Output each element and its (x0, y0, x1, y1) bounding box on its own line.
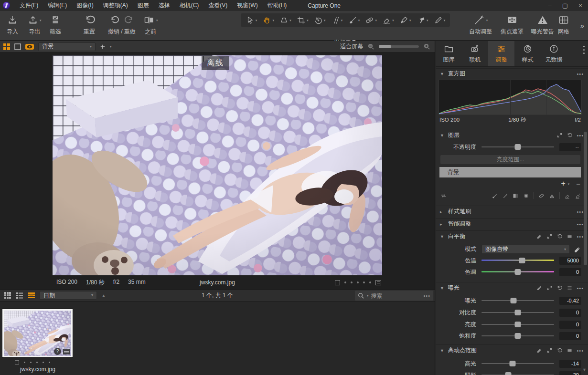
highlight-slider-handle[interactable] (510, 361, 516, 366)
add-view-icon[interactable] (100, 43, 106, 50)
presets-menu-icon[interactable] (567, 285, 573, 291)
smart-adjust-header[interactable]: ▸ 智能调整 ••• (436, 218, 588, 229)
menu-camera[interactable]: 相机(C) (175, 1, 204, 10)
erase-icon[interactable] (564, 193, 570, 199)
layer-background[interactable]: 背景 (439, 167, 581, 177)
add-layer-chevron-icon[interactable]: ▾ (568, 182, 570, 186)
focus-mask-button[interactable]: 焦点遮罩 (501, 14, 524, 36)
copy-adjustments-icon[interactable] (440, 193, 447, 199)
tint-slider-handle[interactable] (515, 269, 521, 275)
annotate-tool[interactable]: ▾ (434, 16, 446, 25)
menu-adjustments[interactable]: 调整项(A) (98, 1, 133, 10)
exposure-header[interactable]: ▼ 曝光 ••• (436, 282, 588, 293)
white-balance-header[interactable]: ▼ 白平衡 ••• (436, 230, 588, 242)
menu-image[interactable]: 图像(I) (72, 1, 98, 10)
histogram-header[interactable]: ▼ 直方图 ••• (436, 68, 588, 79)
auto-adjust-icon[interactable] (536, 285, 543, 291)
color-tag-icon[interactable] (15, 360, 19, 365)
rating-dot[interactable] (363, 281, 365, 283)
detach-icon[interactable] (546, 285, 553, 291)
rating-dot[interactable] (351, 281, 353, 283)
tab-styles[interactable]: 样式 (514, 41, 541, 66)
saturation-value[interactable]: 0 (559, 332, 581, 340)
menu-view[interactable]: 查看(V) (203, 1, 232, 10)
reset-icon[interactable] (556, 233, 563, 240)
tab-library[interactable]: 图库 (436, 41, 462, 66)
luma-range-button[interactable]: 亮度范围... (440, 155, 580, 164)
tint-slider[interactable] (481, 269, 554, 275)
color-tag-icon[interactable] (335, 280, 340, 285)
temp-value[interactable]: 5000 (559, 257, 581, 265)
hdr-header[interactable]: ▼ 高动态范围 ••• (436, 344, 588, 356)
fit-screen-label[interactable]: 适合屏幕 (340, 42, 363, 51)
select-tool[interactable]: ▾ (246, 16, 257, 25)
presets-menu-icon[interactable] (567, 233, 573, 240)
rating-dot[interactable] (24, 362, 25, 363)
crop-tool[interactable]: ▾ (297, 16, 309, 25)
opacity-value[interactable]: -- (559, 143, 581, 151)
rating-dot[interactable] (49, 362, 50, 363)
brightness-slider[interactable] (481, 321, 554, 328)
reset-icon[interactable] (556, 347, 563, 354)
heal-icon[interactable] (538, 193, 545, 199)
import-button[interactable]: 导入 (7, 14, 18, 36)
rating-dot[interactable] (357, 281, 359, 283)
detach-icon[interactable] (546, 233, 553, 240)
menu-file[interactable]: 文件(F) (15, 1, 43, 10)
brightness-value[interactable]: 0 (559, 321, 581, 329)
info-list-icon[interactable] (375, 280, 381, 285)
erase-refine-icon[interactable] (575, 193, 581, 199)
contrast-value[interactable]: 0 (559, 309, 581, 317)
opacity-slider[interactable] (481, 144, 554, 150)
detach-icon[interactable] (546, 347, 553, 354)
undo-redo-button[interactable]: 撤销 / 重做 (108, 14, 136, 36)
tab-capture[interactable]: 联机 (462, 41, 488, 66)
menu-select[interactable]: 选择 (154, 1, 175, 10)
tab-adjust[interactable]: 调整 (488, 41, 514, 66)
panel-scrollbar[interactable] (584, 132, 587, 265)
close-button[interactable]: × (573, 0, 588, 11)
multi-view-icon[interactable] (3, 43, 10, 50)
radial-gradient-icon[interactable] (523, 193, 529, 199)
remove-layer-button[interactable]: − (576, 180, 580, 188)
exposure-slider[interactable] (481, 297, 554, 304)
temp-slider-handle[interactable] (519, 258, 525, 263)
toolbar-overflow-button[interactable]: » (580, 21, 584, 30)
minimize-button[interactable]: – (542, 0, 557, 11)
brightness-slider-handle[interactable] (515, 322, 521, 327)
single-view-icon[interactable] (14, 43, 21, 50)
highlight-value[interactable]: -14 (559, 360, 581, 368)
detach-icon[interactable] (556, 132, 563, 138)
shadow-slider-handle[interactable] (505, 372, 512, 375)
linear-gradient-icon[interactable] (513, 193, 519, 199)
contrast-slider-handle[interactable] (515, 310, 521, 315)
add-view-chevron-icon[interactable]: ▾ (110, 45, 112, 48)
saturation-slider[interactable] (481, 333, 554, 339)
grid-button[interactable]: 网格 (558, 14, 569, 36)
contrast-slider[interactable] (481, 309, 554, 316)
layers-menu-button[interactable]: ••• (577, 133, 584, 138)
zoom-slider[interactable] (379, 45, 419, 48)
pan-tool[interactable]: ▾ (262, 16, 274, 25)
pick-color-tool[interactable]: ▾ (417, 16, 428, 25)
reset-icon[interactable] (567, 132, 573, 138)
wb-picker-icon[interactable] (536, 233, 543, 240)
maximize-button[interactable]: ▢ (557, 0, 573, 11)
rating-dot[interactable] (30, 362, 32, 363)
heal-tool[interactable]: ▾ (365, 16, 377, 25)
exposure-value[interactable]: -0.42 (559, 297, 581, 305)
add-layer-button[interactable]: + (561, 179, 565, 188)
panel-scroll-down-icon[interactable]: ▼ (582, 367, 587, 372)
rating-dot[interactable] (344, 281, 346, 283)
rating-dot[interactable] (369, 281, 371, 283)
shadow-slider[interactable] (481, 372, 554, 375)
draw-mask-tool[interactable]: ▾ (348, 16, 360, 25)
presets-menu-icon[interactable] (567, 347, 573, 354)
histogram-menu-button[interactable]: ••• (577, 71, 584, 77)
rotate-tool[interactable]: ▾ (314, 16, 326, 25)
layers-header[interactable]: ▼ 图层 ••• (436, 130, 588, 140)
menu-layer[interactable]: 图层 (133, 1, 154, 10)
wb-eyedropper-icon[interactable] (574, 246, 581, 253)
smart-adjust-menu-button[interactable]: ••• (577, 221, 584, 227)
zoom-out-icon[interactable] (367, 43, 374, 50)
